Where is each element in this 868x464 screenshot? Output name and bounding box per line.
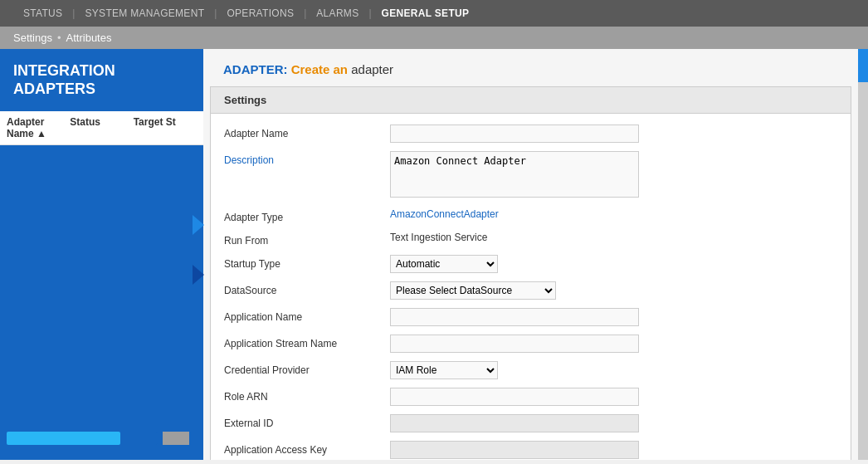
value-description: Amazon Connect Adapter (390, 151, 837, 200)
field-datasource: DataSource Please Select DataSource (211, 277, 851, 304)
value-run-from: Text Ingestion Service (390, 232, 837, 243)
value-adapter-name (390, 125, 837, 143)
progress-button[interactable] (163, 432, 189, 445)
field-application-stream-name: Application Stream Name (211, 330, 851, 357)
field-application-access-key: Application Access Key (211, 437, 851, 460)
field-run-from: Run From Text Ingestion Service (211, 227, 851, 251)
breadcrumb: Settings • Attributes (0, 27, 868, 49)
top-navigation: STATUS | SYSTEM MANAGEMENT | OPERATIONS … (0, 0, 868, 27)
adapter-suffix: adapter (351, 62, 393, 76)
field-adapter-name: Adapter Name (211, 120, 851, 147)
adapter-keyword: ADAPTER: (223, 62, 288, 76)
breadcrumb-separator: • (57, 32, 61, 44)
breadcrumb-settings[interactable]: Settings (13, 32, 52, 44)
settings-panel-header: Settings (211, 87, 851, 114)
text-adapter-type: AmazonConnectAdapter (390, 208, 499, 220)
sidebar-progress (7, 432, 189, 445)
value-external-id (390, 414, 837, 432)
nav-alarms[interactable]: ALARMS (306, 0, 368, 27)
settings-title: Settings (224, 94, 266, 106)
label-datasource: DataSource (224, 281, 390, 296)
main-content: ADAPTER: Create an adapter Settings Adap… (203, 49, 858, 460)
value-datasource: Please Select DataSource (390, 281, 837, 300)
label-external-id: External ID (224, 414, 390, 429)
field-role-arn: Role ARN (211, 383, 851, 410)
scrollbar-thumb[interactable] (858, 49, 868, 82)
input-external-id (390, 414, 639, 432)
label-description: Description (224, 151, 390, 166)
form-body: Adapter Name Description Amazon Connect … (211, 114, 851, 460)
value-application-access-key (390, 441, 837, 459)
sidebar-title: INTEGRATIONADAPTERS (0, 62, 203, 111)
breadcrumb-attributes[interactable]: Attributes (66, 32, 112, 44)
col-target-st: Target St (134, 116, 197, 139)
label-startup-type: Startup Type (224, 255, 390, 270)
nav-system-management[interactable]: SYSTEM MANAGEMENT (75, 0, 214, 27)
nav-status[interactable]: STATUS (13, 0, 72, 27)
value-startup-type: Automatic Manual Disabled (390, 255, 837, 273)
field-application-name: Application Name (211, 304, 851, 330)
textarea-description[interactable]: Amazon Connect Adapter (390, 151, 639, 198)
sidebar-table-header: Adapter Name ▲ Status Target St (0, 111, 203, 145)
col-adapter-name: Adapter Name ▲ (7, 116, 70, 139)
nav-general-setup[interactable]: GENERAL SETUP (372, 0, 480, 27)
sidebar-arrow-up[interactable] (193, 215, 204, 235)
input-adapter-name[interactable] (390, 125, 639, 143)
input-application-stream-name[interactable] (390, 335, 639, 353)
label-application-name: Application Name (224, 308, 390, 323)
select-credential-provider[interactable]: IAM Role Access Key (390, 361, 498, 379)
settings-panel: Settings Adapter Name Description Amazon… (210, 86, 851, 460)
value-adapter-type: AmazonConnectAdapter (390, 208, 837, 220)
label-run-from: Run From (224, 232, 390, 247)
field-description: Description Amazon Connect Adapter (211, 147, 851, 204)
select-datasource[interactable]: Please Select DataSource (390, 281, 556, 300)
label-adapter-name: Adapter Name (224, 125, 390, 139)
input-application-name[interactable] (390, 308, 639, 326)
label-application-access-key: Application Access Key (224, 441, 390, 456)
label-application-stream-name: Application Stream Name (224, 335, 390, 349)
value-application-name (390, 308, 837, 326)
value-credential-provider: IAM Role Access Key (390, 361, 837, 379)
field-credential-provider: Credential Provider IAM Role Access Key (211, 357, 851, 383)
label-adapter-type: Adapter Type (224, 208, 390, 223)
create-an-text: Create an (291, 62, 348, 76)
select-startup-type[interactable]: Automatic Manual Disabled (390, 255, 498, 273)
field-adapter-type: Adapter Type AmazonConnectAdapter (211, 204, 851, 227)
field-startup-type: Startup Type Automatic Manual Disabled (211, 251, 851, 277)
label-credential-provider: Credential Provider (224, 361, 390, 376)
field-external-id: External ID (211, 410, 851, 437)
progress-bar-fill (7, 432, 120, 445)
nav-operations[interactable]: OPERATIONS (217, 0, 304, 27)
input-role-arn[interactable] (390, 388, 639, 406)
input-application-access-key (390, 441, 639, 459)
main-layout: INTEGRATIONADAPTERS Adapter Name ▲ Statu… (0, 49, 868, 460)
progress-bar-bg (7, 432, 158, 445)
value-role-arn (390, 388, 837, 406)
value-application-stream-name (390, 335, 837, 353)
label-role-arn: Role ARN (224, 388, 390, 403)
right-scrollbar[interactable] (858, 49, 868, 460)
col-status: Status (70, 116, 133, 139)
sidebar: INTEGRATIONADAPTERS Adapter Name ▲ Statu… (0, 49, 203, 460)
page-header: ADAPTER: Create an adapter (203, 49, 858, 86)
text-run-from: Text Ingestion Service (390, 232, 487, 243)
page-title: ADAPTER: Create an adapter (223, 62, 393, 76)
sidebar-arrow-down[interactable] (193, 265, 204, 285)
